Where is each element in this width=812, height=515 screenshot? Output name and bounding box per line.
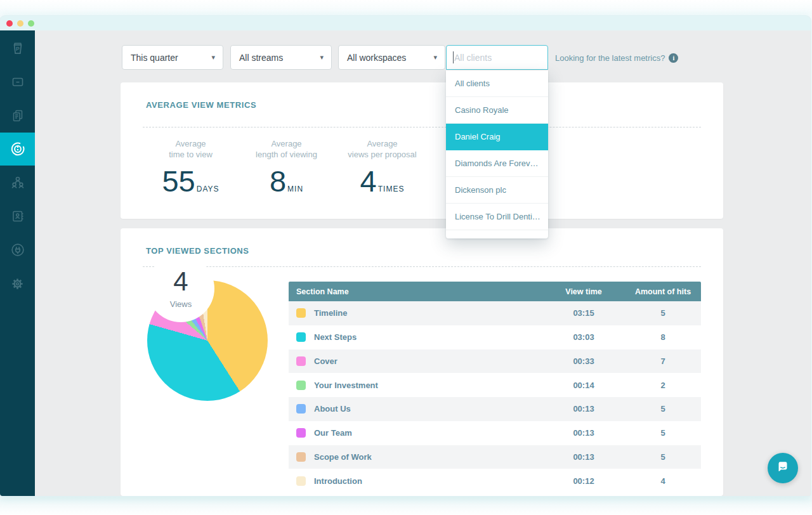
section-name: Timeline bbox=[314, 308, 348, 318]
table-row[interactable]: Timeline03:155 bbox=[289, 301, 701, 325]
documents-icon bbox=[10, 108, 25, 123]
section-name: Scope of Work bbox=[314, 452, 372, 462]
sidebar-item-contacts[interactable] bbox=[0, 200, 35, 233]
team-icon bbox=[10, 174, 26, 191]
client-option[interactable]: License To Drill Denti… bbox=[446, 204, 548, 230]
client-option[interactable]: Daniel Craig bbox=[446, 124, 548, 150]
table-row[interactable]: Next Steps03:038 bbox=[289, 325, 701, 349]
stat-label: time to view bbox=[143, 149, 239, 160]
section-view-time: 00:13 bbox=[542, 404, 625, 414]
table-row[interactable]: Our Team00:135 bbox=[289, 421, 701, 445]
donut-value: 4 bbox=[173, 268, 188, 295]
section-color-swatch bbox=[296, 332, 306, 342]
section-hits: 5 bbox=[625, 308, 701, 318]
donut-label: Views bbox=[170, 299, 192, 309]
sidebar-item-integrations[interactable] bbox=[0, 233, 35, 266]
proposify-cup-icon: P bbox=[10, 40, 26, 56]
main-content: This quarter ▾ All streams ▾ All workspa… bbox=[35, 30, 811, 496]
section-view-time: 00:33 bbox=[542, 356, 625, 366]
zoom-window-button[interactable] bbox=[28, 20, 34, 27]
stat-label: Average bbox=[239, 138, 334, 149]
svg-text:P: P bbox=[16, 46, 20, 52]
menu-partial-row bbox=[446, 230, 548, 238]
section-view-time: 03:03 bbox=[542, 332, 625, 342]
divider bbox=[143, 127, 701, 127]
workspaces-value: All workspaces bbox=[347, 53, 406, 63]
stat-label: views per proposal bbox=[334, 149, 430, 160]
sections-table: Section Name View time Amount of hits Ti… bbox=[289, 282, 701, 493]
section-view-time: 00:13 bbox=[542, 452, 625, 462]
minimize-window-button[interactable] bbox=[17, 20, 23, 27]
stat-length-of-viewing: Average length of viewing 8 MIN bbox=[239, 138, 334, 196]
settings-gear-icon bbox=[10, 276, 25, 292]
date-range-select[interactable]: This quarter ▾ bbox=[122, 45, 223, 70]
section-view-time: 00:13 bbox=[542, 428, 625, 438]
section-name: Our Team bbox=[314, 428, 352, 438]
streams-select[interactable]: All streams ▾ bbox=[230, 45, 332, 70]
client-option[interactable]: Dickenson plc bbox=[446, 177, 548, 204]
stat-unit: MIN bbox=[287, 185, 303, 193]
client-search-input[interactable] bbox=[446, 45, 548, 70]
divider bbox=[143, 266, 701, 267]
chevron-down-icon: ▾ bbox=[433, 53, 437, 62]
section-color-swatch bbox=[296, 428, 306, 438]
section-view-time: 03:15 bbox=[542, 308, 625, 318]
section-color-swatch bbox=[296, 404, 306, 414]
section-view-time: 00:12 bbox=[542, 476, 625, 486]
inbox-icon bbox=[10, 74, 25, 89]
client-filter bbox=[446, 45, 548, 70]
info-icon[interactable]: i bbox=[669, 53, 678, 63]
stat-unit: TIMES bbox=[378, 185, 405, 193]
section-color-swatch bbox=[296, 452, 306, 462]
chevron-down-icon: ▾ bbox=[320, 53, 324, 62]
streams-value: All streams bbox=[239, 53, 283, 63]
header-view-time: View time bbox=[542, 287, 625, 296]
stat-label: Average bbox=[143, 138, 239, 149]
sidebar: P bbox=[0, 30, 35, 496]
chat-bubble-icon bbox=[775, 459, 791, 478]
section-hits: 5 bbox=[625, 452, 701, 462]
sidebar-item-documents[interactable] bbox=[0, 99, 35, 132]
metrics-gauge-icon bbox=[9, 140, 27, 158]
client-option[interactable]: All clients bbox=[446, 70, 548, 97]
sidebar-item-logo[interactable]: P bbox=[0, 32, 35, 65]
section-color-swatch bbox=[296, 356, 306, 366]
section-color-swatch bbox=[296, 308, 306, 318]
sidebar-item-inbox[interactable] bbox=[0, 65, 35, 98]
average-view-metrics-card: AVERAGE VIEW METRICS Average time to vie… bbox=[121, 82, 723, 219]
client-dropdown-menu: All clientsCasino RoyaleDaniel CraigDiam… bbox=[446, 70, 548, 238]
table-row[interactable]: Your Investment00:142 bbox=[289, 373, 701, 397]
workspaces-select[interactable]: All workspaces ▾ bbox=[338, 45, 445, 70]
section-hits: 7 bbox=[625, 356, 701, 366]
table-row[interactable]: Introduction00:124 bbox=[289, 469, 701, 493]
sidebar-item-settings[interactable] bbox=[0, 267, 35, 300]
section-hits: 5 bbox=[625, 404, 701, 414]
section-color-swatch bbox=[296, 381, 306, 390]
card-title: TOP VIEWED SECTIONS bbox=[146, 246, 249, 256]
header-amount-of-hits: Amount of hits bbox=[625, 287, 701, 296]
donut-center: 4 Views bbox=[147, 255, 214, 322]
section-name: Next Steps bbox=[314, 332, 357, 342]
text-cursor bbox=[453, 51, 454, 63]
table-row[interactable]: Cover00:337 bbox=[289, 349, 701, 374]
section-hits: 8 bbox=[625, 332, 701, 342]
section-color-swatch bbox=[296, 476, 306, 486]
client-option[interactable]: Diamonds Are Forev… bbox=[446, 150, 548, 177]
contacts-book-icon bbox=[10, 209, 25, 224]
date-range-value: This quarter bbox=[131, 53, 178, 63]
table-row[interactable]: Scope of Work00:135 bbox=[289, 445, 701, 469]
close-window-button[interactable] bbox=[6, 20, 13, 27]
table-row[interactable]: About Us00:135 bbox=[289, 397, 701, 421]
stat-views-per-proposal: Average views per proposal 4 TIMES bbox=[334, 138, 430, 196]
table-header: Section Name View time Amount of hits bbox=[289, 282, 701, 301]
header-section-name: Section Name bbox=[289, 287, 542, 296]
stat-value: 8 bbox=[270, 166, 286, 196]
client-option[interactable]: Casino Royale bbox=[446, 97, 548, 124]
sidebar-item-team[interactable] bbox=[0, 166, 35, 199]
stat-label: length of viewing bbox=[239, 149, 334, 160]
sidebar-item-metrics[interactable] bbox=[0, 133, 35, 166]
integrations-plug-icon bbox=[10, 242, 26, 258]
chat-launcher-button[interactable] bbox=[768, 453, 798, 483]
stat-unit: DAYS bbox=[197, 185, 219, 193]
section-view-time: 00:14 bbox=[542, 381, 625, 390]
